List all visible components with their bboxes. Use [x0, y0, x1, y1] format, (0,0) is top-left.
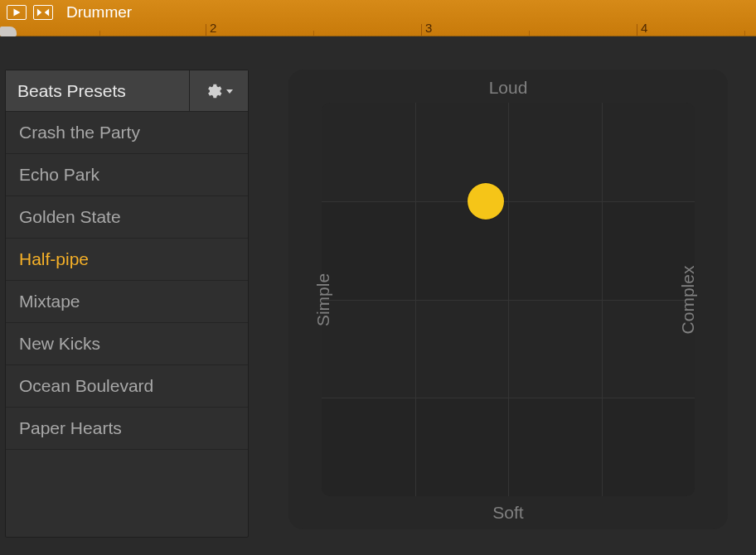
xy-pad-label-left: Simple	[313, 273, 333, 326]
presets-settings-button[interactable]	[190, 70, 248, 111]
playhead-marker-icon[interactable]	[0, 27, 17, 36]
xy-pad-label-top: Loud	[489, 78, 528, 98]
svg-marker-2	[37, 9, 41, 17]
svg-marker-4	[226, 89, 233, 94]
ruler-label: 2	[210, 21, 216, 35]
ruler-label: 3	[425, 21, 432, 35]
xy-pad-label-bottom: Soft	[492, 503, 523, 523]
preset-item[interactable]: Ocean Boulevard	[6, 365, 248, 408]
xy-pad-label-right: Complex	[679, 265, 699, 334]
preset-item[interactable]: Golden State	[6, 196, 248, 239]
presets-sidebar: Beats Presets Crash the Party Echo Park …	[5, 70, 249, 538]
preset-item[interactable]: New Kicks	[6, 323, 248, 365]
loop-region-icon[interactable]	[33, 5, 53, 20]
editor-content: Beats Presets Crash the Party Echo Park …	[0, 36, 756, 555]
xy-pad-grid	[322, 103, 695, 496]
gear-icon	[204, 82, 222, 100]
preset-item[interactable]: Crash the Party	[6, 112, 248, 154]
preset-item[interactable]: Mixtape	[6, 281, 248, 323]
timeline-ruler[interactable]: 2 3 4	[0, 19, 756, 36]
play-region-icon[interactable]	[7, 5, 27, 20]
preset-item-selected[interactable]: Half-pipe	[6, 239, 248, 281]
xy-pad-puck[interactable]	[468, 183, 504, 220]
svg-marker-3	[45, 9, 49, 17]
track-header: Drummer 2 3 4	[0, 0, 756, 36]
ruler-label: 4	[641, 21, 647, 35]
presets-header: Beats Presets	[6, 70, 248, 112]
presets-list: Crash the Party Echo Park Golden State H…	[6, 112, 248, 450]
chevron-down-icon	[225, 86, 235, 96]
preset-item[interactable]: Echo Park	[6, 154, 248, 196]
svg-marker-0	[13, 9, 20, 17]
preset-item[interactable]: Paper Hearts	[6, 408, 248, 450]
presets-title: Beats Presets	[6, 70, 190, 111]
xy-pad[interactable]: Loud Soft Simple Complex	[288, 70, 728, 529]
